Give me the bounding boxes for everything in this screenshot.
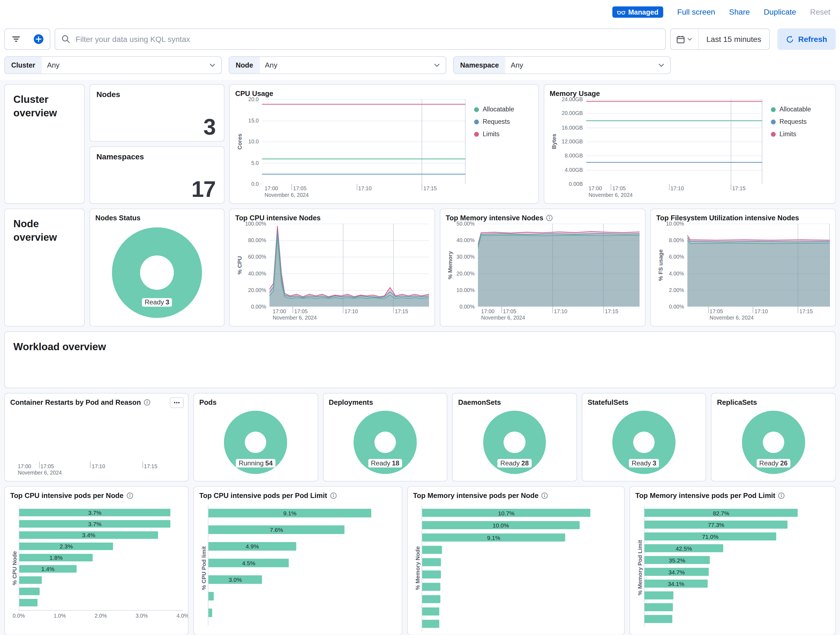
bar[interactable]: 35.2% bbox=[644, 556, 710, 564]
donut-hole bbox=[140, 256, 174, 290]
kql-search-input[interactable] bbox=[76, 35, 659, 43]
bar[interactable]: 10.7% bbox=[422, 509, 591, 517]
info-icon[interactable] bbox=[126, 492, 133, 499]
bar[interactable]: 7.6% bbox=[208, 526, 344, 534]
bar[interactable] bbox=[19, 576, 42, 584]
donut-status-label: Ready28 bbox=[497, 459, 531, 467]
bar[interactable] bbox=[208, 592, 213, 600]
bar[interactable]: 82.7% bbox=[644, 509, 797, 517]
statefulsets-chart[interactable]: Ready3 bbox=[587, 408, 700, 477]
bars-area[interactable]: 9.1%7.6%4.9%4.5%3.0% bbox=[208, 506, 396, 625]
cpu-usage-chart[interactable]: Cores20.015.010.05.00.017:0017:0517:1017… bbox=[235, 99, 533, 199]
daemonsets-chart[interactable]: Ready28 bbox=[458, 408, 571, 477]
bar[interactable] bbox=[644, 615, 672, 623]
bar[interactable] bbox=[422, 570, 441, 578]
bar-value-label: 3.0% bbox=[229, 576, 242, 583]
info-icon[interactable] bbox=[541, 492, 548, 499]
plot-area[interactable] bbox=[586, 99, 762, 184]
refresh-button[interactable]: Refresh bbox=[777, 29, 835, 50]
namespace-control[interactable]: Namespace Any bbox=[453, 56, 671, 74]
bars-area[interactable]: 10.7%10.0%9.1% bbox=[422, 506, 619, 632]
replicasets-chart[interactable]: Ready26 bbox=[717, 408, 829, 477]
bars-area[interactable]: 82.7%77.3%71.0%42.5%35.2%34.7%34.1% bbox=[644, 506, 830, 627]
plot-area[interactable] bbox=[262, 99, 466, 184]
top-memory-nodes-chart[interactable]: % Memory50.00%40.00%30.00%20.00%10.00%0.… bbox=[446, 223, 640, 322]
filter-menu-button[interactable] bbox=[5, 29, 28, 49]
bar[interactable]: 4.5% bbox=[208, 559, 289, 567]
date-picker-button[interactable] bbox=[671, 29, 698, 49]
top-mem-pods-per-limit-chart[interactable]: % Memory Pod Limit82.7%77.3%71.0%42.5%35… bbox=[635, 506, 830, 630]
bar[interactable]: 3.7% bbox=[19, 509, 171, 516]
bar[interactable]: 4.9% bbox=[208, 542, 296, 551]
legend-item[interactable]: Requests bbox=[771, 118, 830, 125]
info-icon[interactable] bbox=[330, 492, 337, 499]
bar-value-label: 4.5% bbox=[242, 560, 256, 566]
managed-badge[interactable]: Managed bbox=[612, 6, 663, 17]
node-control[interactable]: Node Any bbox=[229, 56, 446, 74]
cluster-control[interactable]: Cluster Any bbox=[5, 56, 222, 74]
top-cpu-pods-per-node-chart[interactable]: % CPU Node3.7%3.7%3.4%2.3%1.8%1.4%0.0%1.… bbox=[10, 506, 183, 630]
container-restarts-chart[interactable]: 17:0017:0517:1017:15November 6, 2024 bbox=[10, 408, 183, 477]
bar[interactable]: 9.1% bbox=[422, 534, 565, 542]
bar[interactable] bbox=[208, 608, 212, 617]
legend-dot bbox=[771, 107, 776, 112]
bar[interactable]: 34.7% bbox=[644, 568, 709, 576]
plot-area[interactable] bbox=[270, 223, 429, 307]
bar[interactable] bbox=[644, 591, 673, 599]
bar[interactable]: 2.3% bbox=[19, 543, 113, 550]
bar[interactable]: 34.1% bbox=[644, 580, 707, 587]
info-icon[interactable] bbox=[144, 399, 150, 406]
bar[interactable] bbox=[19, 599, 38, 606]
share-button[interactable]: Share bbox=[729, 8, 750, 16]
bar[interactable]: 10.0% bbox=[422, 521, 579, 529]
bar[interactable]: 42.5% bbox=[644, 544, 723, 552]
pods-chart[interactable]: Running54 bbox=[199, 408, 312, 477]
bar[interactable]: 1.8% bbox=[19, 554, 93, 561]
bar[interactable] bbox=[19, 587, 39, 595]
chevron-down-icon bbox=[434, 63, 440, 67]
bar[interactable]: 3.7% bbox=[19, 520, 171, 527]
bar[interactable] bbox=[422, 558, 441, 566]
plot-area[interactable] bbox=[478, 223, 639, 307]
full-screen-button[interactable]: Full screen bbox=[677, 8, 715, 16]
bars-area[interactable]: 3.7%3.7%3.4%2.3%1.8%1.4% bbox=[19, 506, 183, 610]
legend-item[interactable]: Allocatable bbox=[771, 106, 830, 113]
info-icon[interactable] bbox=[778, 492, 785, 499]
reset-button[interactable]: Reset bbox=[810, 8, 831, 16]
memory-usage-chart[interactable]: Bytes24.00GB20.00GB16.00GB12.00GB8.00GB4… bbox=[549, 99, 830, 199]
duplicate-button[interactable]: Duplicate bbox=[764, 8, 796, 16]
bar[interactable] bbox=[422, 607, 439, 615]
bar[interactable] bbox=[644, 603, 673, 611]
info-icon[interactable] bbox=[546, 214, 553, 222]
top-cpu-pods-per-node-title: Top CPU intensive pods per Node bbox=[10, 492, 123, 500]
panel-options-button[interactable] bbox=[170, 397, 184, 408]
nodes-status-chart[interactable]: Ready3 bbox=[95, 223, 218, 322]
top-mem-pods-per-node-chart[interactable]: % Memory Node10.7%10.0%9.1% bbox=[413, 506, 619, 630]
bar[interactable]: 71.0% bbox=[644, 532, 776, 540]
time-range-value[interactable]: Last 15 minutes bbox=[698, 35, 769, 43]
deployments-panel: Deployments Ready18 bbox=[323, 393, 447, 481]
top-cpu-pods-per-limit-chart[interactable]: % CPU Pod limit9.1%7.6%4.9%4.5%3.0% bbox=[199, 506, 396, 630]
legend-item[interactable]: Allocatable bbox=[474, 106, 533, 113]
bar[interactable]: 3.0% bbox=[208, 575, 262, 584]
legend-item[interactable]: Limits bbox=[474, 130, 533, 138]
bar[interactable]: 9.1% bbox=[208, 509, 371, 517]
deployments-chart[interactable]: Ready18 bbox=[329, 408, 441, 477]
add-filter-button[interactable] bbox=[27, 29, 50, 49]
legend-item[interactable]: Requests bbox=[474, 118, 533, 125]
plot-area[interactable] bbox=[14, 408, 183, 462]
legend-item[interactable]: Limits bbox=[771, 130, 830, 138]
bar[interactable]: 77.3% bbox=[644, 521, 788, 529]
top-fs-nodes-chart[interactable]: % FS usage10.00%8.00%6.00%4.00%2.00%0.00… bbox=[656, 223, 830, 322]
top-cpu-pods-per-limit-title: Top CPU intensive pods per Pod Limit bbox=[199, 492, 327, 500]
bar[interactable] bbox=[422, 595, 440, 603]
plot-area[interactable] bbox=[687, 223, 830, 307]
bar[interactable] bbox=[422, 583, 440, 591]
donut-status-label: Ready3 bbox=[629, 459, 659, 467]
bar[interactable]: 3.4% bbox=[19, 531, 158, 539]
bar[interactable] bbox=[422, 620, 439, 628]
bar[interactable]: 1.4% bbox=[19, 565, 77, 573]
top-cpu-nodes-chart[interactable]: % CPU100.00%80.00%60.00%40.00%20.00%0.00… bbox=[235, 223, 429, 322]
bar[interactable] bbox=[422, 546, 442, 554]
nodes-metric-panel: Nodes 3 bbox=[90, 84, 224, 141]
